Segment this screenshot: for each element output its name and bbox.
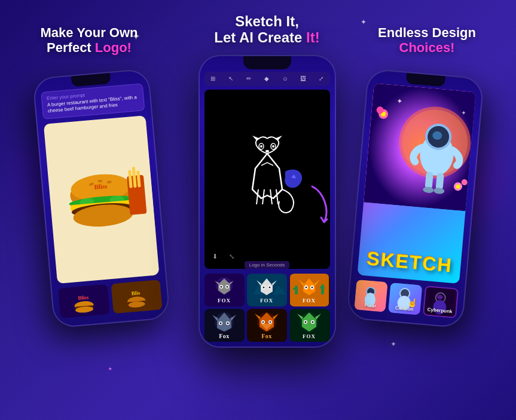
- phone-right-content: ✦ ✦ SKETCH: [347, 80, 482, 324]
- style-label-pixar: Pixar: [364, 302, 376, 309]
- svg-point-61: [312, 286, 313, 288]
- svg-text:FOX: FOX: [218, 298, 231, 303]
- svg-rect-22: [118, 280, 154, 313]
- logo-options: Bliss Blis: [57, 280, 162, 318]
- prompt-box: Enter your prompt A burger restaurant wi…: [41, 83, 145, 119]
- style-option-pixar: Pixar: [354, 280, 387, 312]
- logo-option-1: Bliss: [57, 284, 109, 318]
- grid-icon: ⊞: [208, 74, 218, 84]
- toolbar: ⊞ ↖ ✏ ◆ ☺ 🖼 ⤢: [204, 72, 330, 86]
- style-option-cartoon: ☝ Cartoon: [388, 282, 422, 314]
- style-option-cyberpunk: Cyberpunk: [422, 285, 458, 318]
- svg-point-41: [220, 286, 222, 287]
- svg-text:Fox: Fox: [261, 333, 272, 339]
- svg-point-67: [219, 322, 221, 324]
- svg-point-30: [260, 145, 262, 148]
- svg-point-75: [269, 321, 271, 323]
- svg-point-82: [312, 321, 314, 323]
- svg-text:Fox: Fox: [219, 333, 230, 339]
- fox-cell-4: Fox: [204, 309, 245, 342]
- heading-right-highlight: Choices!: [399, 40, 455, 55]
- cursor-icon: ↖: [226, 74, 236, 84]
- pencil-icon: ✏: [244, 74, 254, 84]
- svg-point-68: [227, 322, 228, 324]
- fox-cell-6: FOX: [289, 309, 329, 342]
- phone-right: ✦ ✦ SKETCH: [346, 68, 484, 328]
- svg-point-32: [265, 150, 269, 152]
- svg-rect-57: [320, 287, 325, 289]
- svg-point-42: [226, 286, 228, 287]
- heading-center-line1: Sketch It,: [187, 13, 348, 30]
- canvas-label: Logo in Seconds: [204, 262, 330, 268]
- fox-cell-2: FOX: [247, 274, 287, 306]
- heading-left-highlight: Logo!: [95, 40, 132, 55]
- svg-rect-54: [295, 286, 298, 295]
- heading-center: Sketch It, Let AI Create It!: [187, 13, 348, 46]
- svg-rect-55: [293, 288, 298, 290]
- smiley-icon: ☺: [280, 74, 290, 84]
- svg-text:✦: ✦: [461, 109, 466, 117]
- burger-image-area: Bliss: [43, 115, 159, 283]
- fox-cell-5: Fox: [247, 309, 287, 342]
- expand-icon: ⤢: [316, 74, 326, 84]
- svg-text:FOX: FOX: [303, 333, 316, 339]
- canvas-area: ⬇ ⤡ Logo in Seconds: [204, 90, 330, 269]
- svg-text:Bliss: Bliss: [77, 294, 88, 301]
- heading-right: Endless Design Choices!: [369, 25, 486, 56]
- fox-cell-3: FOX: [289, 274, 329, 306]
- phone-left-content: Enter your prompt A burger restaurant wi…: [34, 80, 169, 324]
- svg-text:Bliss: Bliss: [93, 182, 108, 190]
- svg-point-60: [306, 286, 307, 288]
- fox-cell-1: FOX: [204, 274, 245, 306]
- svg-text:FOX: FOX: [303, 298, 316, 303]
- style-options: Pixar: [354, 280, 459, 318]
- svg-text:✦: ✦: [396, 96, 402, 105]
- resize-icon: ⤡: [226, 251, 238, 263]
- svg-point-51: [268, 286, 270, 288]
- heading-left: Make Your Own Perfect Logo!: [31, 25, 148, 56]
- svg-text:FOX: FOX: [260, 298, 273, 303]
- svg-point-31: [272, 145, 274, 148]
- svg-point-50: [262, 286, 264, 288]
- heading-right-text: Endless Design: [378, 25, 476, 40]
- sketch-word: SKETCH: [358, 247, 462, 278]
- svg-rect-56: [321, 284, 324, 295]
- logo-option-2: Blis: [111, 280, 163, 314]
- svg-text:Blis: Blis: [131, 289, 141, 296]
- image-icon: 🖼: [298, 74, 308, 84]
- diamond-icon: ◆: [262, 74, 271, 84]
- phones-container: Make Your Own Perfect Logo! Endless Desi…: [13, 13, 503, 407]
- phone-center-notch: [243, 56, 291, 69]
- phone-left: Enter your prompt A burger restaurant wi…: [32, 68, 170, 328]
- svg-point-81: [305, 321, 307, 323]
- fox-grid: FOX: [204, 274, 330, 342]
- download-icon: ⬇: [209, 251, 221, 263]
- sketch-hero: ✦ ✦ SKETCH: [357, 83, 475, 284]
- heading-center-line2: Let AI Create It!: [187, 29, 348, 46]
- svg-point-74: [262, 321, 264, 323]
